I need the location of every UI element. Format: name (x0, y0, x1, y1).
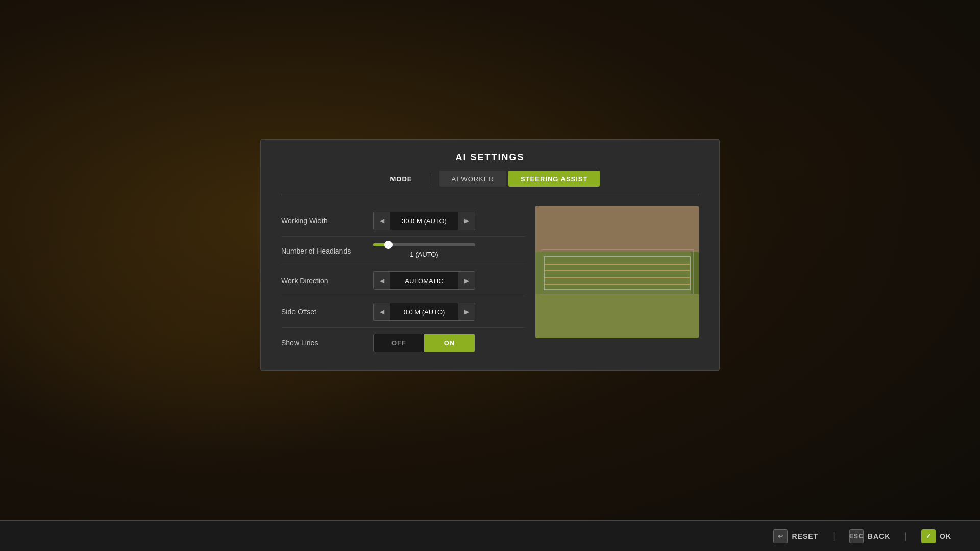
separator-1: | (832, 531, 835, 541)
back-button[interactable]: ESC BACK (841, 525, 898, 547)
headlands-slider-container: 1 (AUTO) (373, 243, 475, 258)
work-direction-decrease[interactable]: ◀ (374, 272, 390, 289)
tab-steering-assist[interactable]: STEERING ASSIST (508, 171, 600, 187)
side-offset-control: ◀ 0.0 M (AUTO) ▶ (373, 303, 525, 321)
side-offset-label: Side Offset (281, 308, 373, 316)
headlands-slider-value: 1 (AUTO) (373, 251, 475, 258)
field-inner-box (544, 256, 691, 291)
headlands-slider-thumb[interactable] (384, 241, 393, 249)
tab-ai-worker[interactable]: AI WORKER (439, 171, 506, 187)
reset-icon: ↩ (773, 529, 788, 543)
ai-settings-dialog: AI SETTINGS MODE AI WORKER STEERING ASSI… (260, 139, 720, 371)
working-width-control: ◀ 30.0 M (AUTO) ▶ (373, 212, 525, 230)
separator-2: | (904, 531, 907, 541)
settings-panel: Working Width ◀ 30.0 M (AUTO) ▶ Number o… (281, 206, 525, 358)
work-direction-increase[interactable]: ▶ (458, 272, 475, 289)
show-lines-off[interactable]: OFF (374, 334, 424, 352)
working-width-row: Working Width ◀ 30.0 M (AUTO) ▶ (281, 206, 525, 237)
side-offset-value: 0.0 M (AUTO) (390, 308, 458, 316)
ok-icon: ✓ (921, 529, 936, 543)
esc-icon: ESC (849, 529, 864, 543)
field-background (535, 206, 699, 338)
side-offset-increase[interactable]: ▶ (458, 303, 475, 320)
bottom-bar: ↩ RESET | ESC BACK | ✓ OK (0, 520, 980, 551)
working-width-increase[interactable]: ▶ (458, 212, 475, 230)
working-width-value: 30.0 M (AUTO) (390, 217, 458, 225)
preview-panel (535, 206, 699, 358)
side-offset-decrease[interactable]: ◀ (374, 303, 390, 320)
show-lines-on[interactable]: ON (424, 334, 475, 352)
work-direction-row: Work Direction ◀ AUTOMATIC ▶ (281, 265, 525, 296)
show-lines-label: Show Lines (281, 339, 373, 347)
field-line-3 (544, 277, 691, 278)
working-width-label: Working Width (281, 217, 373, 225)
reset-label: RESET (792, 532, 818, 540)
field-top-section (535, 206, 699, 252)
ok-button[interactable]: ✓ OK (913, 525, 960, 547)
dialog-body: Working Width ◀ 30.0 M (AUTO) ▶ Number o… (261, 195, 719, 370)
work-direction-label: Work Direction (281, 277, 373, 285)
work-direction-arrow-control: ◀ AUTOMATIC ▶ (373, 271, 475, 290)
tabs-row: MODE AI WORKER STEERING ASSIST (281, 171, 699, 195)
field-bottom-section (535, 294, 699, 338)
side-offset-row: Side Offset ◀ 0.0 M (AUTO) ▶ (281, 296, 525, 328)
reset-button[interactable]: ↩ RESET (765, 525, 826, 547)
field-line-1 (544, 264, 691, 265)
field-line-2 (544, 270, 691, 271)
working-width-decrease[interactable]: ◀ (374, 212, 390, 230)
field-line-4 (544, 284, 691, 285)
work-direction-value: AUTOMATIC (390, 277, 458, 285)
field-preview (535, 206, 699, 338)
back-label: BACK (868, 532, 890, 540)
headlands-label: Number of Headlands (281, 247, 373, 255)
dialog-title: AI SETTINGS (261, 140, 719, 171)
show-lines-toggle: OFF ON (373, 334, 475, 352)
ok-label: OK (940, 532, 951, 540)
tab-mode[interactable]: MODE (380, 171, 423, 187)
show-lines-row: Show Lines OFF ON (281, 328, 525, 358)
tabs-separator (431, 174, 431, 184)
headlands-row: Number of Headlands 1 (AUTO) (281, 237, 525, 265)
headlands-control: 1 (AUTO) (373, 243, 525, 258)
headlands-slider-track[interactable] (373, 243, 475, 246)
work-direction-control: ◀ AUTOMATIC ▶ (373, 271, 525, 290)
working-width-arrow-control: ◀ 30.0 M (AUTO) ▶ (373, 212, 475, 230)
side-offset-arrow-control: ◀ 0.0 M (AUTO) ▶ (373, 303, 475, 321)
show-lines-control: OFF ON (373, 334, 525, 352)
